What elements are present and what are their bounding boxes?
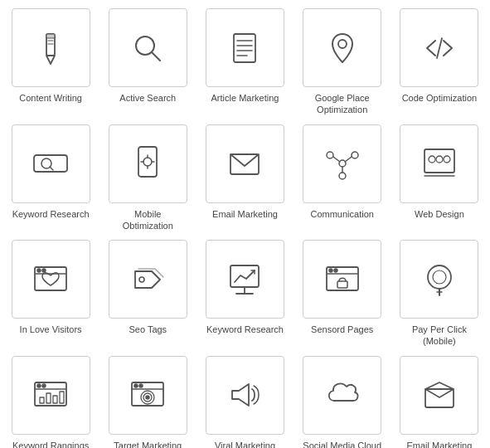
icon-box-content-writing[interactable] — [12, 8, 90, 87]
label-mobile-optimization: Mobile Obtimization — [109, 208, 187, 232]
label-communication: Communication — [310, 208, 373, 220]
icon-box-in-love-visitors[interactable] — [12, 240, 90, 319]
item-pay-per-click: Pay Per Click (Mobile) — [393, 240, 486, 348]
item-keyword-research-2: Keyword Research — [198, 240, 291, 348]
item-web-design: Web Design — [393, 124, 486, 232]
svg-point-18 — [143, 158, 152, 166]
item-email-marketing: Email Marketing — [198, 124, 291, 232]
label-email-marketing: Email Marketing — [212, 208, 278, 220]
svg-point-32 — [429, 156, 435, 163]
item-active-search: Active Search — [101, 8, 194, 116]
icon-box-article-marketing[interactable] — [206, 8, 284, 87]
svg-line-28 — [333, 157, 340, 162]
item-in-love-visitors: In Love Visitors — [4, 240, 97, 348]
icon-box-communication[interactable] — [303, 124, 381, 203]
svg-point-33 — [436, 156, 443, 163]
svg-line-16 — [50, 167, 53, 170]
svg-rect-59 — [60, 392, 64, 403]
label-seo-tags: Seo Tags — [129, 324, 167, 335]
icon-box-email-marketing-2[interactable] — [400, 356, 478, 435]
icon-box-google-place-optimization[interactable] — [303, 8, 381, 87]
svg-point-47 — [334, 269, 337, 272]
label-pay-per-click: Pay Per Click (Mobile) — [400, 324, 478, 348]
svg-point-46 — [329, 269, 332, 272]
label-google-place-optimization: Google Place Optimization — [303, 92, 381, 116]
icon-box-mobile-optimization[interactable] — [109, 124, 187, 203]
svg-point-55 — [42, 384, 46, 387]
item-keyword-rangings: Keyword Rangings — [4, 356, 97, 448]
item-seo-tags: Seo Tags — [101, 240, 194, 348]
icon-box-active-search[interactable] — [109, 8, 187, 87]
icon-box-seo-tags[interactable] — [109, 240, 187, 319]
item-content-writing: Content Writing — [4, 8, 97, 116]
icon-box-email-marketing[interactable] — [206, 124, 284, 203]
svg-point-54 — [37, 384, 41, 387]
svg-point-24 — [339, 160, 346, 167]
label-active-search: Active Search — [119, 92, 176, 104]
svg-point-49 — [428, 265, 451, 289]
label-article-marketing: Article Marketing — [211, 92, 279, 104]
svg-rect-58 — [53, 396, 57, 403]
svg-line-13 — [437, 38, 442, 58]
label-content-writing: Content Writing — [19, 92, 82, 104]
svg-rect-48 — [337, 281, 347, 288]
svg-line-29 — [345, 157, 352, 162]
item-article-marketing: Article Marketing — [198, 8, 291, 116]
item-viral-marketing: Viral Marketing — [198, 356, 291, 448]
icon-box-keyword-research[interactable] — [12, 124, 90, 203]
label-keyword-rangings: Keyword Rangings — [12, 440, 89, 448]
label-target-marketing: Target Marketing — [114, 440, 182, 448]
icon-box-sensord-pages[interactable] — [303, 240, 381, 319]
item-google-place-optimization: Google Place Optimization — [296, 8, 389, 116]
item-sensord-pages: Sensord Pages — [296, 240, 389, 348]
svg-rect-41 — [230, 265, 259, 287]
svg-point-63 — [139, 384, 143, 387]
item-email-marketing-2: Email Marketing — [393, 356, 486, 448]
icon-box-keyword-research-2[interactable] — [206, 240, 284, 319]
svg-marker-1 — [46, 56, 55, 64]
icon-box-web-design[interactable] — [400, 124, 478, 203]
svg-point-40 — [139, 277, 144, 282]
label-social-media-cloud: Social Media Cloud — [303, 440, 381, 448]
svg-rect-7 — [234, 34, 255, 62]
svg-point-25 — [327, 152, 333, 158]
icon-box-target-marketing[interactable] — [109, 356, 187, 435]
svg-point-26 — [352, 152, 358, 158]
icon-box-social-media-cloud[interactable] — [303, 356, 381, 435]
svg-point-50 — [433, 270, 446, 284]
svg-line-6 — [152, 52, 160, 61]
label-sensord-pages: Sensord Pages — [311, 324, 373, 335]
svg-rect-2 — [46, 34, 55, 38]
svg-rect-14 — [34, 155, 67, 172]
item-keyword-research: Keyword Research — [4, 124, 97, 232]
svg-point-62 — [134, 384, 138, 387]
item-mobile-optimization: Mobile Obtimization — [101, 124, 194, 232]
label-keyword-research: Keyword Research — [12, 208, 90, 220]
icon-box-pay-per-click[interactable] — [400, 240, 478, 319]
label-web-design: Web Design — [415, 208, 464, 220]
label-code-optimization: Code Optimization — [402, 92, 478, 104]
svg-point-38 — [37, 269, 41, 272]
icon-box-viral-marketing[interactable] — [206, 356, 284, 435]
label-in-love-visitors: In Love Visitors — [20, 324, 82, 335]
item-target-marketing: Target Marketing — [101, 356, 194, 448]
label-viral-marketing: Viral Marketing — [215, 440, 275, 448]
icon-box-code-optimization[interactable] — [400, 8, 478, 87]
item-communication: Communication — [296, 124, 389, 232]
label-keyword-research-2: Keyword Research — [206, 324, 284, 335]
item-code-optimization: Code Optimization — [393, 8, 486, 116]
label-email-marketing-2: Email Marketing — [406, 440, 472, 448]
svg-point-39 — [42, 269, 46, 272]
icon-grid: Content WritingActive SearchArticle Mark… — [4, 8, 486, 448]
svg-point-66 — [146, 396, 149, 399]
svg-point-27 — [339, 173, 346, 179]
item-social-media-cloud: Social Media Cloud — [296, 356, 389, 448]
icon-box-keyword-rangings[interactable] — [12, 356, 90, 435]
svg-rect-56 — [40, 397, 44, 403]
svg-point-34 — [444, 156, 450, 163]
svg-point-12 — [338, 40, 347, 48]
svg-rect-57 — [46, 393, 51, 403]
